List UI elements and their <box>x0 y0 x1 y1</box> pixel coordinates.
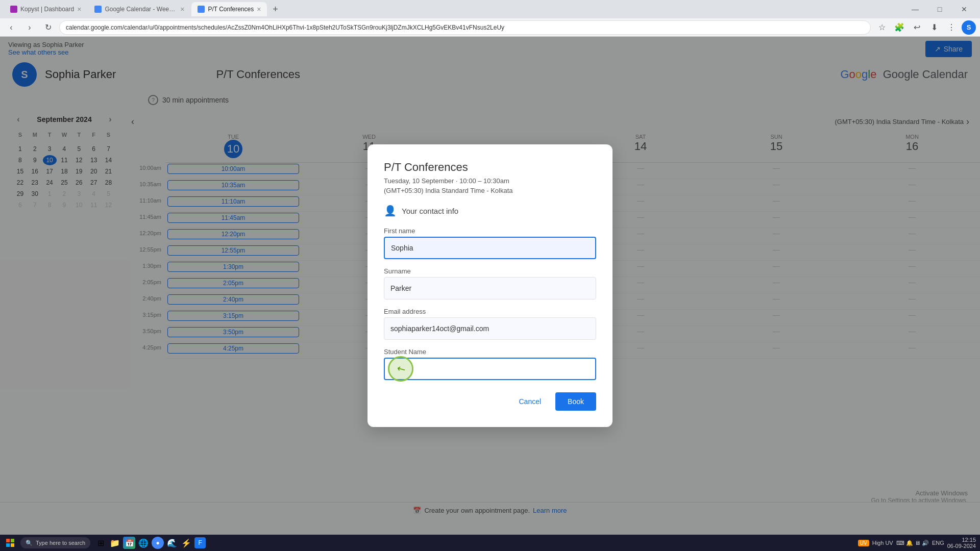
tab-close-kopyst[interactable]: × <box>77 5 81 13</box>
taskbar-right: UV High UV ⌨ 🔔 🖥 🔊 ENG 12:15 06-09-2024 <box>858 537 976 549</box>
browser-chrome: Kopyst | Dashboard × Google Calendar - W… <box>0 0 980 37</box>
modal-actions: Cancel Book <box>384 392 596 411</box>
app-icon-7[interactable]: F <box>194 537 206 548</box>
first-name-group: First name <box>384 227 596 259</box>
profile-button[interactable]: S <box>962 20 976 35</box>
tab-gcal[interactable]: Google Calendar - Week of 8 S... × <box>88 2 190 16</box>
modal-timezone: (GMT+05:30) India Standard Time - Kolkat… <box>384 187 596 194</box>
first-name-label: First name <box>384 227 596 235</box>
first-name-input[interactable] <box>384 237 596 259</box>
bookmark-icon[interactable]: ☆ <box>875 20 889 35</box>
tab-pt[interactable]: P/T Conferences × <box>191 2 267 16</box>
url-bar[interactable]: calendar.google.com/calendar/u/0/appoint… <box>59 20 871 35</box>
email-group: Email address <box>384 308 596 340</box>
history-icon[interactable]: ↩ <box>910 20 924 35</box>
language-indicator: ENG <box>932 540 944 546</box>
surname-group: Surname <box>384 267 596 299</box>
booking-modal: P/T Conferences Tuesday, 10 September · … <box>368 144 612 427</box>
modal-overlay: P/T Conferences Tuesday, 10 September · … <box>0 37 980 535</box>
tab-favicon-pt <box>198 6 205 13</box>
main-content: Viewing as Sophia Parker See what others… <box>0 37 980 535</box>
student-name-group: Student Name ↖ <box>384 348 596 380</box>
contact-info-label: Your contact info <box>402 207 458 215</box>
svg-rect-2 <box>6 543 10 547</box>
contact-info-section: 👤 Your contact info <box>384 205 596 217</box>
taskbar: 🔍 Type here to search ⊞ 📁 📅 🌐 ● 🌊 ⚡ F UV… <box>0 535 980 551</box>
modal-subtitle: Tuesday, 10 September · 10:00 – 10:30am <box>384 177 596 185</box>
taskbar-clock: 12:15 06-09-2024 <box>947 537 976 549</box>
modal-title: P/T Conferences <box>384 161 596 174</box>
close-button[interactable]: ✕ <box>952 0 976 18</box>
browser-icon[interactable]: 🌐 <box>137 537 150 549</box>
clock-time: 12:15 <box>947 537 976 543</box>
chrome-icon[interactable]: ● <box>152 537 164 549</box>
url-text: calendar.google.com/calendar/u/0/appoint… <box>66 24 504 31</box>
back-button[interactable]: ‹ <box>4 20 18 35</box>
book-button[interactable]: Book <box>555 392 596 411</box>
extensions-icon[interactable]: 🧩 <box>892 20 906 35</box>
forward-button[interactable]: › <box>22 20 37 35</box>
high-uv-label: High UV <box>872 540 893 546</box>
svg-rect-0 <box>6 539 10 542</box>
student-name-container: ↖ <box>384 358 596 380</box>
tab-title-kopyst: Kopyst | Dashboard <box>20 6 74 13</box>
surname-input[interactable] <box>384 277 596 299</box>
cancel-button[interactable]: Cancel <box>510 392 549 411</box>
refresh-button[interactable]: ↻ <box>41 20 55 35</box>
taskbar-search[interactable]: 🔍 Type here to search <box>20 537 90 548</box>
minimize-button[interactable]: — <box>903 0 927 18</box>
email-label: Email address <box>384 308 596 315</box>
student-name-label: Student Name <box>384 348 596 356</box>
app-icon-5[interactable]: 🌊 <box>166 537 178 549</box>
windows-icon <box>6 539 14 547</box>
clock-date: 06-09-2024 <box>947 543 976 549</box>
tab-bar: Kopyst | Dashboard × Google Calendar - W… <box>0 0 980 18</box>
windows-button[interactable] <box>4 537 16 549</box>
calendar-app-icon[interactable]: 📅 <box>123 537 135 549</box>
tab-favicon <box>10 6 17 13</box>
explorer-icon[interactable]: 📁 <box>109 537 121 549</box>
student-name-input[interactable] <box>384 358 596 380</box>
svg-rect-3 <box>11 543 14 547</box>
new-tab-button[interactable]: + <box>268 2 282 16</box>
task-view-icon[interactable]: ⊞ <box>94 537 107 549</box>
search-icon: 🔍 <box>26 540 33 546</box>
tab-title-gcal: Google Calendar - Week of 8 S... <box>105 6 177 13</box>
browser-actions: ☆ 🧩 ↩ ⬇ ⋮ S <box>875 20 976 35</box>
search-placeholder: Type here to search <box>36 540 85 546</box>
contact-icon: 👤 <box>384 205 397 217</box>
surname-label: Surname <box>384 267 596 275</box>
app-icon-6[interactable]: ⚡ <box>180 537 192 549</box>
system-icons: ⌨ 🔔 🖥 🔊 <box>896 540 929 546</box>
tab-close-gcal[interactable]: × <box>180 5 184 13</box>
uv-text: UV <box>858 540 869 546</box>
maximize-button[interactable]: □ <box>928 0 951 18</box>
uv-badge: UV <box>858 540 869 546</box>
window-controls: — □ ✕ <box>903 0 976 18</box>
tab-favicon-gcal <box>94 6 102 13</box>
tab-title-pt: P/T Conferences <box>208 6 254 13</box>
tab-close-pt[interactable]: × <box>257 5 261 13</box>
email-input[interactable] <box>384 317 596 340</box>
svg-rect-1 <box>11 539 14 542</box>
menu-icon[interactable]: ⋮ <box>944 20 959 35</box>
tab-kopyst[interactable]: Kopyst | Dashboard × <box>4 2 87 16</box>
download-icon[interactable]: ⬇ <box>927 20 941 35</box>
address-bar: ‹ › ↻ calendar.google.com/calendar/u/0/a… <box>0 18 980 36</box>
